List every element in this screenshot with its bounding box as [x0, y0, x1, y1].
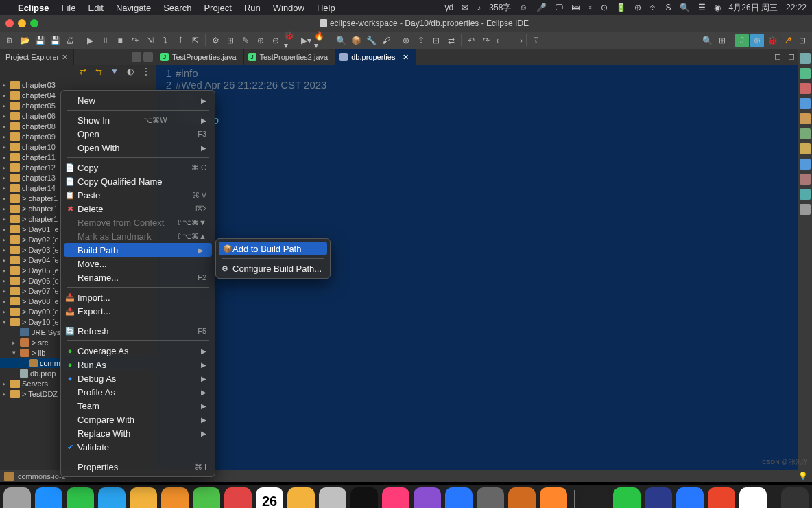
emoji-icon[interactable]: ☺	[519, 3, 527, 12]
toolbar-button[interactable]: ⟶	[510, 34, 523, 47]
toolbar-button[interactable]: 🗎	[3, 34, 16, 47]
dock-app[interactable]	[3, 487, 31, 508]
toolbar-button[interactable]: 💾	[48, 34, 62, 47]
dock-app[interactable]	[382, 487, 409, 508]
music-icon[interactable]: ♪	[477, 3, 481, 12]
menu-item-run-as[interactable]: ●Run As▶	[61, 358, 215, 371]
link-editor-icon[interactable]: ⇆	[92, 65, 106, 78]
toolbar-button[interactable]: 📂	[18, 34, 32, 47]
dock-app[interactable]	[613, 487, 641, 508]
toolbar-button[interactable]: ✎	[239, 34, 252, 47]
siri-icon[interactable]: ◉	[714, 3, 721, 12]
youdao-icon[interactable]: yd	[445, 3, 454, 12]
toolbar-button[interactable]: 📦	[349, 34, 363, 47]
menu-item-export[interactable]: 📤Export...	[61, 304, 215, 318]
menu-item-build-path[interactable]: Build Path▶	[64, 243, 212, 257]
trim-view-icon[interactable]	[800, 83, 811, 94]
toolbar-button[interactable]: ⏸	[98, 34, 112, 47]
filter-icon[interactable]: ▼	[108, 65, 121, 78]
menu-item-copy[interactable]: 📄Copy⌘ C	[61, 161, 215, 174]
menu-project[interactable]: Project	[204, 3, 231, 13]
editor-tab[interactable]: JTestProperties.java	[156, 49, 244, 65]
dock-app[interactable]	[98, 487, 126, 508]
toolbar-button[interactable]: ↷	[128, 34, 142, 47]
menu-item-replace-with[interactable]: Replace With▶	[61, 426, 215, 440]
menu-item-copy-qualified-name[interactable]: 📄Copy Qualified Name	[61, 174, 215, 188]
dock-app[interactable]	[676, 487, 704, 508]
toolbar-button[interactable]: ⚙	[208, 34, 222, 47]
menu-item-move[interactable]: Move...	[61, 257, 215, 270]
menu-item-refresh[interactable]: 🔄RefreshF5	[61, 324, 215, 338]
menu-item-configure-build-path[interactable]: ⚙Configure Build Path...	[216, 262, 330, 275]
toolbar-button[interactable]: 🔍	[334, 34, 348, 47]
menu-item-rename[interactable]: Rename...F2	[61, 270, 215, 284]
dock-app[interactable]	[781, 487, 809, 508]
trim-view-icon[interactable]	[800, 113, 811, 124]
menu-help[interactable]: Help	[317, 3, 335, 13]
project-explorer-tab[interactable]: Project Explorer ✕	[0, 49, 74, 65]
editor-toolbar-button[interactable]: ◻	[771, 49, 785, 63]
dock-app[interactable]	[645, 487, 672, 508]
toolbar-button[interactable]: ⊖	[269, 34, 283, 47]
collapse-all-icon[interactable]: ⇄	[76, 65, 90, 78]
editor-toolbar-button[interactable]: ◻	[785, 49, 798, 63]
toolbar-button[interactable]: 🔥▾	[314, 34, 328, 47]
search-icon[interactable]: 🔍	[700, 34, 714, 47]
app-name[interactable]: Eclipse	[18, 3, 49, 13]
mic-icon[interactable]: 🎤	[536, 3, 547, 12]
dock-app[interactable]	[161, 487, 189, 508]
dock-app[interactable]	[193, 487, 220, 508]
menu-item-paste[interactable]: 📋Paste⌘ V	[61, 188, 215, 202]
menu-edit[interactable]: Edit	[88, 3, 103, 13]
dock-app[interactable]	[287, 487, 315, 508]
play-icon[interactable]: ⊙	[601, 3, 608, 12]
menu-item-properties[interactable]: Properties⌘ I	[61, 460, 215, 474]
menu-navigate[interactable]: Navigate	[116, 3, 151, 13]
jee-perspective-icon[interactable]: ⊕	[750, 34, 764, 47]
tip-icon[interactable]: 💡	[798, 472, 808, 481]
window-minimize-button[interactable]	[18, 19, 26, 27]
toolbar-button[interactable]: 🖌	[379, 34, 393, 47]
open-perspective-icon[interactable]: ⊞	[715, 34, 729, 47]
dock-app[interactable]	[350, 487, 378, 508]
editor-tab[interactable]: db.properties✕	[335, 49, 416, 65]
trim-view-icon[interactable]	[800, 159, 811, 170]
menu-item-delete[interactable]: ✖Delete⌦	[61, 202, 215, 216]
trim-view-icon[interactable]	[800, 204, 811, 215]
editor-tab[interactable]: JTestProperties2.java	[244, 49, 336, 65]
trim-view-icon[interactable]	[800, 189, 811, 200]
toolbar-button[interactable]: ⊕	[254, 34, 267, 47]
trim-view-icon[interactable]	[800, 98, 811, 109]
toolbar-button[interactable]: ▶	[83, 34, 97, 47]
toolbar-button[interactable]: ↶	[464, 34, 478, 47]
dock-app[interactable]	[130, 487, 157, 508]
dock-app[interactable]	[414, 487, 441, 508]
toolbar-button[interactable]: 🐞▾	[284, 34, 298, 47]
menu-item-validate[interactable]: ✔Validate	[61, 440, 215, 454]
screen-icon[interactable]: 🖵	[555, 3, 563, 12]
dock-app[interactable]: 26	[256, 487, 283, 508]
other-perspective-icon[interactable]: ⊡	[796, 34, 809, 47]
bluetooth-icon[interactable]: ᚼ	[588, 3, 593, 12]
dock-app[interactable]	[582, 487, 609, 508]
menu-item-show-in[interactable]: Show In⌥⌘W▶	[61, 113, 215, 127]
toolbar-button[interactable]: ▶▾	[299, 34, 313, 47]
window-close-button[interactable]	[5, 19, 14, 27]
toolbar-button[interactable]: ⊞	[224, 34, 237, 47]
toolbar-button[interactable]: 🗓	[529, 34, 543, 47]
build-path-submenu[interactable]: 📦Add to Build Path⚙Configure Build Path.…	[215, 238, 331, 279]
dock-app[interactable]	[739, 487, 767, 508]
focus-icon[interactable]: ◐	[123, 65, 137, 78]
dock-app[interactable]	[224, 487, 252, 508]
menu-item-open-with[interactable]: Open With▶	[61, 141, 215, 154]
dock-app[interactable]	[477, 487, 504, 508]
toolbar-button[interactable]: 🔧	[364, 34, 378, 47]
control-center-icon[interactable]: ☰	[698, 3, 706, 12]
menu-item-team[interactable]: Team▶	[61, 399, 215, 413]
spotlight-icon[interactable]: 🔍	[680, 3, 690, 12]
toolbar-button[interactable]: ■	[113, 34, 127, 47]
toolbar-button[interactable]: ⇲	[143, 34, 157, 47]
toolbar-button[interactable]: ↷	[479, 34, 493, 47]
dock-app[interactable]	[319, 487, 346, 508]
trim-view-icon[interactable]	[800, 128, 811, 139]
